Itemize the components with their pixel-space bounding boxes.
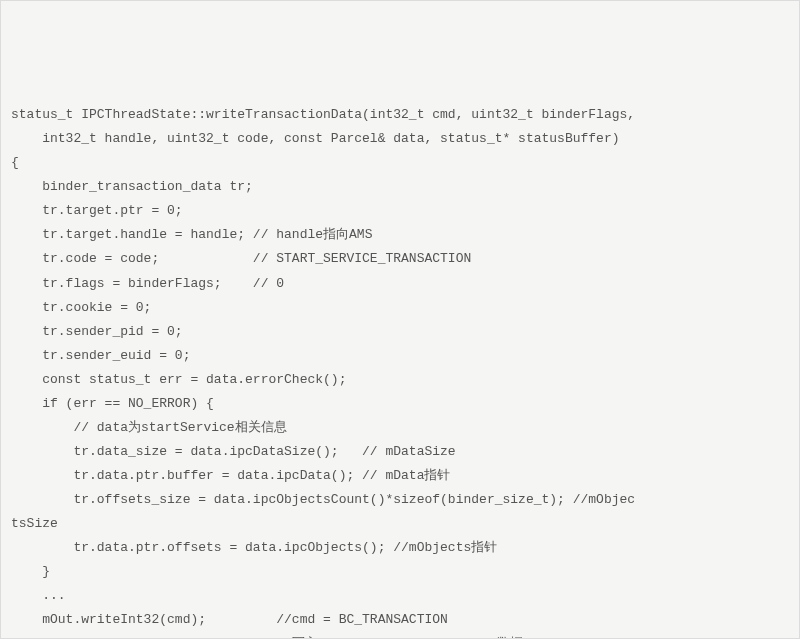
- code-line: {: [11, 151, 789, 175]
- code-line: }: [11, 560, 789, 584]
- code-line: // data为startService相关信息: [11, 416, 789, 440]
- code-line: if (err == NO_ERROR) {: [11, 392, 789, 416]
- code-line: int32_t handle, uint32_t code, const Par…: [11, 127, 789, 151]
- code-line: tr.sender_euid = 0;: [11, 344, 789, 368]
- code-line: binder_transaction_data tr;: [11, 175, 789, 199]
- code-line: tr.code = code; // START_SERVICE_TRANSAC…: [11, 247, 789, 271]
- code-line: tr.sender_pid = 0;: [11, 320, 789, 344]
- code-line: tr.offsets_size = data.ipcObjectsCount()…: [11, 488, 789, 512]
- code-line: const status_t err = data.errorCheck();: [11, 368, 789, 392]
- code-line: tsSize: [11, 512, 789, 536]
- code-line: tr.data_size = data.ipcDataSize(); // mD…: [11, 440, 789, 464]
- code-line: tr.data.ptr.buffer = data.ipcData(); // …: [11, 464, 789, 488]
- code-line: ...: [11, 584, 789, 608]
- code-line: tr.target.ptr = 0;: [11, 199, 789, 223]
- code-line: tr.data.ptr.offsets = data.ipcObjects();…: [11, 536, 789, 560]
- code-block: status_t IPCThreadState::writeTransactio…: [11, 103, 789, 639]
- code-line: mOut.writeInt32(cmd); //cmd = BC_TRANSAC…: [11, 608, 789, 632]
- code-line: tr.target.handle = handle; // handle指向AM…: [11, 223, 789, 247]
- code-line: mOut.write(&tr, sizeof(tr)); //写入binder_…: [11, 632, 789, 639]
- code-line: tr.flags = binderFlags; // 0: [11, 272, 789, 296]
- code-line: tr.cookie = 0;: [11, 296, 789, 320]
- code-line: status_t IPCThreadState::writeTransactio…: [11, 103, 789, 127]
